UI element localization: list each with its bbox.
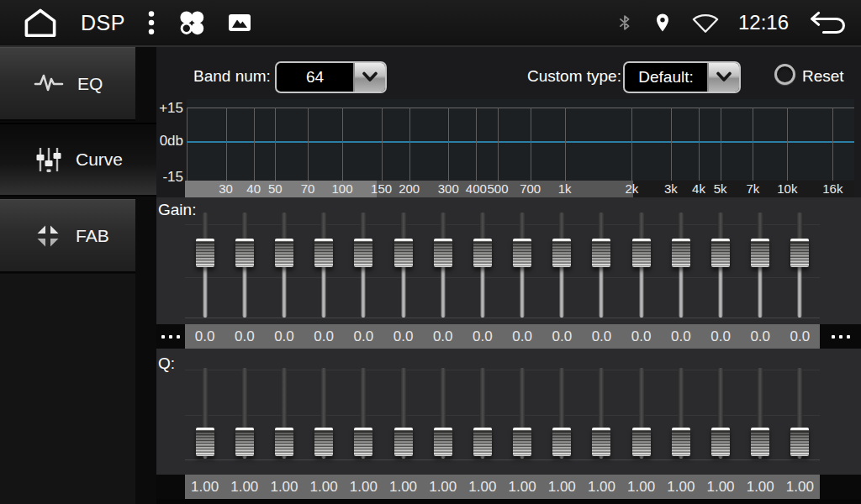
q-slider-thumb[interactable] [592, 428, 610, 456]
gain-slider[interactable] [582, 208, 621, 323]
gain-slider[interactable] [741, 208, 780, 323]
gain-slider-thumb[interactable] [552, 239, 571, 267]
q-value: 1.00 [503, 475, 542, 499]
clock: 12:16 [738, 11, 789, 34]
band-num-value: 64 [277, 63, 353, 92]
back-icon[interactable] [807, 10, 848, 35]
q-slider[interactable] [383, 365, 423, 470]
gain-slider[interactable] [700, 208, 740, 323]
gain-slider-thumb[interactable] [196, 239, 214, 267]
ellipsis-icon [832, 335, 850, 339]
eq-plot[interactable] [187, 99, 854, 181]
gain-slider[interactable] [383, 208, 423, 323]
q-slider-thumb[interactable] [314, 428, 333, 456]
q-slider[interactable] [185, 365, 224, 470]
q-slider[interactable] [423, 365, 462, 470]
gain-slider[interactable] [462, 208, 502, 323]
q-slider-thumb[interactable] [632, 428, 651, 456]
gain-slider[interactable] [621, 208, 661, 323]
q-slider[interactable] [780, 365, 820, 470]
gain-slider[interactable] [503, 208, 542, 323]
q-slider[interactable] [304, 365, 344, 470]
gain-slider-thumb[interactable] [513, 239, 531, 267]
gain-scroll-left-button[interactable] [156, 324, 185, 349]
gain-slider[interactable] [780, 208, 820, 323]
q-slider-thumb[interactable] [473, 428, 492, 456]
q-slider[interactable] [741, 365, 780, 470]
q-slider[interactable] [700, 365, 740, 470]
q-slider-thumb[interactable] [196, 428, 214, 456]
q-slider[interactable] [264, 365, 304, 470]
plot-left-border [187, 108, 188, 181]
q-slider-thumb[interactable] [552, 428, 571, 456]
q-strip-left-spacer [156, 475, 185, 499]
q-slider-thumb[interactable] [751, 428, 769, 456]
q-slider[interactable] [224, 365, 264, 470]
custom-type-select[interactable]: Default: [623, 61, 741, 93]
gain-slider-thumb[interactable] [275, 239, 293, 267]
q-slider-thumb[interactable] [434, 428, 452, 456]
gain-scroll-right-button[interactable] [820, 324, 861, 349]
q-slider[interactable] [542, 365, 582, 470]
kebab-menu-icon[interactable] [147, 10, 156, 35]
chevron-down-icon[interactable] [707, 63, 739, 92]
sidebar-item-curve[interactable]: Curve [0, 123, 156, 197]
gain-slider[interactable] [264, 208, 304, 323]
q-slider-thumb[interactable] [394, 428, 413, 456]
q-slider-thumb[interactable] [790, 428, 809, 456]
reset-radio[interactable] [774, 64, 795, 85]
freq-tick-label: 4k [692, 181, 705, 196]
ellipsis-icon [161, 335, 180, 339]
chevron-down-icon[interactable] [353, 63, 385, 92]
gain-slider[interactable] [224, 208, 264, 323]
gain-slider-thumb[interactable] [434, 239, 452, 267]
gain-slider-thumb[interactable] [751, 239, 769, 267]
gain-slider[interactable] [344, 208, 383, 323]
gain-value: 0.0 [582, 324, 621, 349]
gain-slider-thumb[interactable] [235, 239, 254, 267]
gain-value: 0.0 [304, 324, 344, 349]
q-slider[interactable] [582, 365, 621, 470]
sidebar-item-label: FAB [76, 226, 109, 246]
sidebar-item-fab[interactable]: FAB [0, 199, 135, 273]
sidebar-item-label: EQ [77, 74, 103, 94]
band-num-select[interactable]: 64 [275, 61, 387, 93]
band-num-label: Band num: [193, 67, 271, 86]
q-slider-thumb[interactable] [235, 428, 254, 456]
q-slider-thumb[interactable] [275, 428, 293, 456]
gain-slider-thumb[interactable] [711, 239, 730, 267]
q-slider[interactable] [503, 365, 542, 470]
gain-slider-thumb[interactable] [354, 239, 372, 267]
gain-slider-thumb[interactable] [314, 239, 333, 267]
q-slider[interactable] [462, 365, 502, 470]
q-slider[interactable] [344, 365, 383, 470]
gain-slider[interactable] [304, 208, 344, 323]
q-slider-thumb[interactable] [513, 428, 531, 456]
gallery-icon[interactable] [228, 12, 251, 34]
q-value: 1.00 [185, 475, 224, 499]
wifi-icon [691, 11, 720, 34]
gain-slider-thumb[interactable] [672, 239, 690, 267]
gain-values-row: 0.00.00.00.00.00.00.00.00.00.00.00.00.00… [156, 324, 861, 349]
apps-clover-icon[interactable] [177, 8, 206, 37]
gain-slider-thumb[interactable] [632, 239, 651, 267]
sidebar-item-eq[interactable]: EQ [0, 47, 135, 121]
home-icon[interactable] [22, 8, 59, 38]
q-slider-thumb[interactable] [672, 428, 690, 456]
gain-slider-thumb[interactable] [473, 239, 492, 267]
gain-slider-thumb[interactable] [790, 239, 809, 267]
q-slider-thumb[interactable] [711, 428, 730, 456]
gain-slider[interactable] [542, 208, 582, 323]
gain-slider[interactable] [185, 208, 224, 323]
gain-slider-thumb[interactable] [592, 239, 610, 267]
q-value: 1.00 [780, 475, 820, 499]
gain-slider[interactable] [661, 208, 700, 323]
page-title: DSP [81, 11, 125, 35]
q-slider[interactable] [621, 365, 661, 470]
freq-tick-label: 1k [558, 181, 572, 196]
gain-slider-thumb[interactable] [394, 239, 413, 267]
q-slider[interactable] [661, 365, 700, 470]
gain-slider[interactable] [423, 208, 462, 323]
q-slider-thumb[interactable] [354, 428, 372, 456]
gain-value: 0.0 [423, 324, 462, 349]
